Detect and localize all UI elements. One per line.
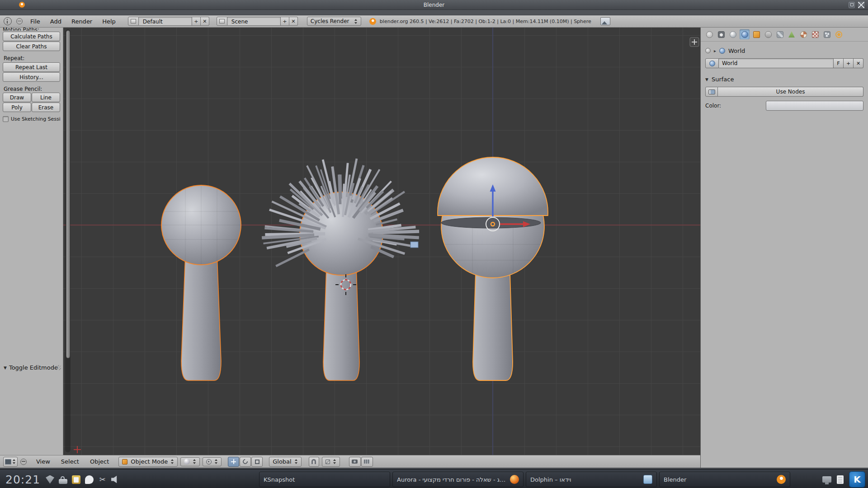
- use-nodes-button[interactable]: Use Nodes: [718, 87, 863, 97]
- unlink-world-button[interactable]: ✕: [854, 58, 863, 68]
- rotate-manipulator-button[interactable]: [240, 457, 251, 467]
- menu-collapse-icon[interactable]: [20, 459, 27, 465]
- snap-element-selector[interactable]: [322, 457, 340, 467]
- menu-object[interactable]: Object: [86, 458, 113, 465]
- world-datablock-browse-button[interactable]: [705, 58, 719, 68]
- surface-panel-header[interactable]: ▼ Surface: [705, 76, 863, 83]
- repeat-last-button[interactable]: Repeat Last: [3, 62, 60, 72]
- fake-user-button[interactable]: F: [834, 58, 844, 68]
- menu-select[interactable]: Select: [57, 458, 83, 465]
- particles-icon: [824, 31, 830, 38]
- tab-constraints[interactable]: [763, 29, 773, 39]
- empty-image-marker: [410, 242, 418, 248]
- render-camera-icon: [352, 460, 358, 464]
- mode-selector[interactable]: Object Mode: [118, 457, 178, 467]
- tab-scene[interactable]: [728, 29, 738, 39]
- clock[interactable]: 20:21: [5, 473, 40, 486]
- delete-layout-button[interactable]: ✕: [201, 17, 209, 26]
- taskbar-button-dolphin[interactable]: Dolphin – וידאו: [526, 472, 657, 487]
- draw-button[interactable]: Draw: [3, 93, 31, 102]
- add-layout-button[interactable]: +: [192, 17, 201, 26]
- pivot-point-selector[interactable]: [203, 457, 222, 466]
- orientation-label: Global: [273, 458, 291, 465]
- erase-button[interactable]: Erase: [32, 103, 60, 112]
- tab-material[interactable]: [798, 29, 808, 39]
- stats-text: blender.org 260.5 | Ve:2612 | Fa:2702 | …: [380, 19, 591, 24]
- maximize-button[interactable]: [849, 2, 855, 8]
- shield-tray-icon[interactable]: [46, 475, 54, 484]
- tab-pin[interactable]: [704, 29, 714, 39]
- add-world-button[interactable]: +: [844, 58, 854, 68]
- device-notifier-icon[interactable]: [822, 476, 831, 483]
- pin-icon: [706, 31, 713, 38]
- scene-field[interactable]: Scene: [227, 17, 281, 26]
- image-icon[interactable]: [600, 17, 610, 25]
- poly-button[interactable]: Poly: [3, 103, 31, 112]
- viewport-3d[interactable]: Motion Paths: Calculate Paths Clear Path…: [0, 28, 700, 455]
- klipper-tray-icon[interactable]: [72, 475, 80, 484]
- tab-object[interactable]: [751, 29, 761, 39]
- info-editor-icon[interactable]: [4, 17, 12, 25]
- tab-world[interactable]: [740, 29, 750, 39]
- menu-help[interactable]: Help: [97, 18, 121, 25]
- scene-browse-icon[interactable]: [217, 17, 227, 26]
- history-button[interactable]: History...: [3, 72, 60, 82]
- delete-scene-button[interactable]: ✕: [289, 17, 298, 26]
- close-button[interactable]: [858, 2, 864, 8]
- cut-tray-icon[interactable]: [98, 475, 107, 484]
- clear-paths-button[interactable]: Clear Paths: [3, 42, 60, 51]
- opengl-render-button[interactable]: [349, 457, 361, 467]
- notes-icon[interactable]: [837, 475, 844, 484]
- calculate-paths-button[interactable]: Calculate Paths: [3, 32, 60, 41]
- sketching-sessions-checkbox[interactable]: [3, 116, 9, 122]
- tab-modifiers[interactable]: [775, 29, 785, 39]
- editor-type-selector[interactable]: [3, 457, 18, 467]
- volume-tray-icon[interactable]: [111, 475, 120, 484]
- translate-manipulator-button[interactable]: [228, 457, 239, 467]
- taskbar-button-aurora[interactable]: Aurora - פרוג - שאלה - פורום חרדי מקצועי: [392, 472, 524, 487]
- scale-manipulator-button[interactable]: [251, 457, 263, 467]
- tool-shelf-scrollbar[interactable]: [65, 29, 71, 452]
- task-label: KSnapshot: [264, 476, 386, 483]
- transform-orientation-selector[interactable]: Global: [269, 457, 301, 467]
- tab-render[interactable]: [716, 29, 726, 39]
- pin-icon[interactable]: [705, 48, 711, 53]
- dropdown-arrows-icon: [215, 459, 218, 464]
- taskbar-button-blender[interactable]: Blender: [659, 472, 790, 487]
- menu-collapse-icon[interactable]: [16, 18, 23, 24]
- line-button[interactable]: Line: [32, 93, 60, 102]
- taskbar-button-ksnapshot[interactable]: KSnapshot: [259, 472, 390, 487]
- world-icon: [719, 48, 725, 54]
- region-expand-button[interactable]: [690, 38, 699, 47]
- chat-tray-icon[interactable]: [85, 475, 94, 484]
- render-engine-selector[interactable]: Cycles Render: [307, 17, 361, 26]
- repeat-label: Repeat:: [4, 55, 60, 61]
- menu-file[interactable]: File: [25, 18, 45, 25]
- window-titlebar[interactable]: Blender: [0, 0, 868, 10]
- world-color-swatch[interactable]: [766, 101, 863, 111]
- menu-view[interactable]: View: [32, 458, 54, 465]
- snap-toggle-button[interactable]: [309, 457, 319, 467]
- lock-tray-icon[interactable]: [59, 479, 67, 484]
- task-list: KSnapshotAurora - פרוג - שאלה - פורום חר…: [259, 472, 790, 487]
- screen-layout-field[interactable]: Default: [139, 17, 192, 26]
- menu-add[interactable]: Add: [45, 18, 66, 25]
- menu-render[interactable]: Render: [66, 18, 97, 25]
- viewport-shading-selector[interactable]: [180, 457, 200, 466]
- tab-texture[interactable]: [810, 29, 820, 39]
- collapse-arrow-icon: ▼: [705, 77, 708, 82]
- screen-layout-browse-icon[interactable]: [128, 17, 139, 26]
- kde-menu-button[interactable]: K: [849, 471, 865, 488]
- manipulator-buttons: [228, 457, 263, 467]
- tab-particles[interactable]: [822, 29, 832, 39]
- nodetree-icon-button[interactable]: [705, 87, 718, 97]
- opengl-render-anim-button[interactable]: [361, 457, 373, 467]
- toggle-editmode-panel[interactable]: ▼ Toggle Editmode: [4, 364, 58, 371]
- tab-physics[interactable]: [834, 29, 844, 39]
- tab-data[interactable]: [787, 29, 797, 39]
- world-name-field[interactable]: [719, 58, 834, 68]
- add-scene-button[interactable]: +: [281, 17, 289, 26]
- scrollbar-thumb[interactable]: [66, 30, 70, 358]
- viewport-canvas[interactable]: [0, 28, 700, 455]
- blender-window-icon: [19, 2, 25, 8]
